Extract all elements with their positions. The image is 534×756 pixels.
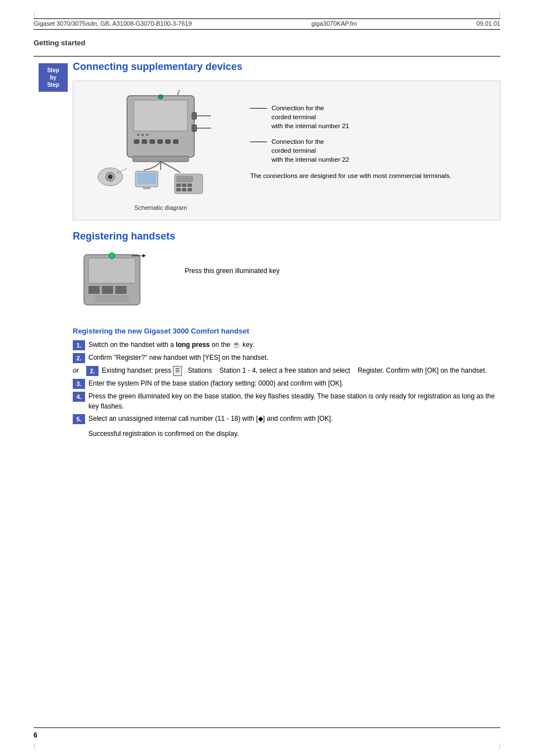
- svg-rect-22: [143, 187, 151, 189]
- label-connection-22: Connection for the corded terminal with …: [271, 137, 349, 164]
- svg-rect-11: [192, 112, 196, 119]
- svg-point-2: [137, 134, 139, 136]
- diagram-labels: Connection for the corded terminal with …: [239, 90, 491, 180]
- svg-point-38: [109, 253, 115, 259]
- label-connection-21: Connection for the corded terminal with …: [271, 104, 349, 130]
- svg-rect-30: [188, 188, 192, 191]
- menu-icon: ☰: [173, 366, 182, 376]
- device-illustration: [82, 90, 239, 202]
- registering-subheading: Registering the new Gigaset 3000 Comfort…: [73, 327, 500, 335]
- svg-rect-15: [133, 156, 189, 162]
- top-right-mark: |: [499, 11, 500, 17]
- steps-container: 1. Switch on the handset with a long pre…: [73, 340, 500, 424]
- top-left-mark: |: [34, 11, 35, 17]
- svg-rect-24: [176, 176, 193, 182]
- header-filename: giga3070KAP.fm: [311, 20, 357, 27]
- bottom-right-mark: |: [499, 743, 500, 749]
- svg-rect-9: [165, 139, 171, 144]
- diagram-caption: Schematic diagram: [134, 204, 187, 211]
- step-2-row: 2. Confirm "Register?" new handset with …: [73, 353, 500, 363]
- step-4-text: Press the green illuminated key on the b…: [88, 391, 500, 411]
- step-or2-badge: 2.: [86, 366, 99, 376]
- step-1-badge: 1.: [73, 340, 85, 350]
- step-3-text: Enter the system PIN of the base station…: [88, 378, 500, 388]
- svg-rect-37: [115, 286, 127, 294]
- step-5-text: Select an unassigned internal call numbe…: [88, 414, 500, 424]
- step-5-badge: 5.: [73, 414, 85, 424]
- section-title: Getting started: [34, 33, 500, 47]
- svg-rect-1: [134, 100, 188, 131]
- success-text: Successful registration is confirmed on …: [88, 429, 500, 439]
- footer: 6: [34, 727, 500, 739]
- svg-rect-7: [149, 139, 155, 144]
- step-5-row: 5. Select an unassigned internal call nu…: [73, 414, 500, 424]
- svg-rect-5: [134, 139, 139, 144]
- step-or2-text: Existing handset: press ☰ Stations Stati…: [102, 365, 500, 376]
- step-3-row: 3. Enter the system PIN of the base stat…: [73, 378, 500, 389]
- connecting-diagram: Schematic diagram Connection for the cor…: [73, 81, 500, 220]
- label-commercial-terminals: The connections are designed for use wit…: [250, 171, 491, 180]
- svg-rect-29: [182, 188, 186, 191]
- svg-rect-21: [137, 173, 156, 184]
- svg-rect-34: [88, 258, 135, 283]
- svg-rect-6: [142, 139, 147, 144]
- bottom-left-mark: |: [34, 743, 35, 749]
- step-by-step-badge: Step by Step: [39, 63, 68, 92]
- svg-point-18: [108, 175, 113, 179]
- registering-heading: Registering handsets: [73, 231, 500, 242]
- header: Gigaset 3070/3075isdn, GB, A31008-G3070-…: [34, 20, 500, 30]
- handset-diagram: Press this green illuminated key: [73, 250, 500, 319]
- svg-rect-8: [157, 139, 163, 144]
- header-date: 09.01.01: [476, 20, 500, 27]
- step-1-text: Switch on the handset with a long press …: [88, 340, 500, 350]
- svg-marker-40: [143, 254, 146, 257]
- step-2-badge: 2.: [73, 353, 85, 363]
- step-1-row: 1. Switch on the handset with a long pre…: [73, 340, 500, 350]
- or-label: or: [73, 365, 84, 374]
- svg-rect-26: [182, 184, 186, 187]
- svg-rect-36: [102, 286, 113, 294]
- svg-rect-25: [176, 184, 181, 187]
- svg-point-3: [142, 134, 144, 136]
- svg-rect-10: [173, 139, 179, 144]
- svg-rect-12: [192, 125, 196, 132]
- svg-line-14: [177, 90, 180, 96]
- connecting-heading: Connecting supplementary devices: [73, 61, 500, 73]
- step-4-badge: 4.: [73, 392, 85, 402]
- step-3-badge: 3.: [73, 379, 85, 389]
- svg-point-4: [146, 134, 148, 136]
- svg-rect-28: [176, 188, 181, 191]
- header-doc-id: Gigaset 3070/3075isdn, GB, A31008-G3070-…: [34, 20, 192, 27]
- step-4-row: 4. Press the green illuminated key on th…: [73, 391, 500, 411]
- step-or2-row: or 2. Existing handset: press ☰ Stations…: [73, 365, 500, 376]
- handset-illustration: [73, 250, 162, 317]
- handset-green-key-label: Press this green illuminated key: [162, 250, 279, 275]
- svg-rect-35: [88, 286, 100, 294]
- page-number: 6: [34, 731, 38, 739]
- svg-point-13: [158, 95, 163, 99]
- step-2-text: Confirm "Register?" new handset with [YE…: [88, 353, 500, 363]
- svg-rect-27: [188, 184, 192, 187]
